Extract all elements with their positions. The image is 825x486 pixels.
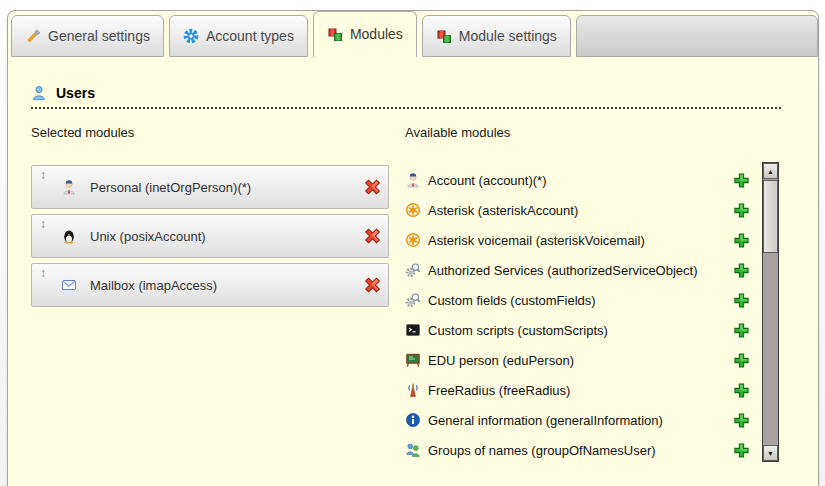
chalkboard-icon [405,352,421,368]
section-title: Users [56,85,95,101]
tab-label: Account types [206,28,294,44]
add-plus-icon [733,447,750,462]
config-panel: General settings Account types Modules M… [7,10,819,486]
selected-modules-label: Selected modules [31,125,389,140]
selected-module-row-unix[interactable]: ↕ Unix (posixAccount) [31,214,389,258]
tab-label: Module settings [459,28,557,44]
asterisk-icon [405,202,421,218]
available-module-row-freeradius: FreeRadius (freeRadius) [405,375,750,405]
envelope-icon [61,277,77,293]
tab-bar: General settings Account types Modules M… [8,11,818,57]
add-plus-icon [733,297,750,312]
modules-blocks-icon [327,26,343,42]
available-module-row-edu-person: EDU person (eduPerson) [405,345,750,375]
add-module-button[interactable] [733,292,750,309]
account-type-section-header: Users [31,85,781,109]
drag-handle-icon[interactable]: ↕ [40,266,52,280]
tab-label: General settings [48,28,150,44]
scrollbar-thumb[interactable] [763,180,778,253]
available-module-label: Asterisk voicemail (asteriskVoicemail) [428,233,726,248]
scroll-up-button[interactable]: ▲ [763,163,778,179]
available-module-label: General information (generalInformation) [428,413,726,428]
add-plus-icon [733,177,750,192]
add-module-button[interactable] [733,382,750,399]
selected-modules-list: ↕ Personal (inetOrgPerson)(*) ↕ Unix (po… [31,165,389,307]
add-module-button[interactable] [733,202,750,219]
tab-general-settings[interactable]: General settings [11,15,164,57]
available-module-label: Authorized Services (authorizedServiceOb… [428,263,726,278]
delete-x-icon [363,178,379,194]
available-module-label: Asterisk (asteriskAccount) [428,203,726,218]
selected-module-row-mailbox[interactable]: ↕ Mailbox (imapAccess) [31,263,389,307]
remove-module-button[interactable] [354,227,373,245]
gears-magnifier-icon [405,292,421,308]
add-module-button[interactable] [733,352,750,369]
add-module-button[interactable] [733,232,750,249]
add-module-button[interactable] [733,442,750,459]
add-plus-icon [733,327,750,342]
gear-icon [183,28,199,44]
gears-magnifier-icon [405,262,421,278]
available-module-label: Groups of names (groupOfNamesUser) [428,443,726,458]
add-plus-icon [733,207,750,222]
tab-module-settings[interactable]: Module settings [422,15,571,57]
terminal-icon [405,322,421,338]
available-module-row-authorized-services: Authorized Services (authorizedServiceOb… [405,255,750,285]
penguin-icon [61,228,77,244]
antenna-icon [405,382,421,398]
available-module-row-custom-scripts: Custom scripts (customScripts) [405,315,750,345]
tab-bar-filler [576,15,818,57]
add-plus-icon [733,387,750,402]
add-module-button[interactable] [733,172,750,189]
wrench-icon [25,28,41,44]
available-module-label: FreeRadius (freeRadius) [428,383,726,398]
add-plus-icon [733,357,750,372]
tab-modules[interactable]: Modules [313,11,417,57]
add-plus-icon [733,417,750,432]
available-module-row-asterisk-voicemail: Asterisk voicemail (asteriskVoicemail) [405,225,750,255]
add-module-button[interactable] [733,262,750,279]
selected-module-label: Personal (inetOrgPerson)(*) [90,180,251,195]
selected-module-label: Unix (posixAccount) [90,229,206,244]
available-module-row-custom-fields: Custom fields (customFields) [405,285,750,315]
available-module-label: Account (account)(*) [428,173,726,188]
tab-label: Modules [350,26,403,42]
available-module-label: EDU person (eduPerson) [428,353,726,368]
scroll-down-button[interactable]: ▼ [763,445,778,461]
drag-handle-icon[interactable]: ↕ [40,217,52,231]
remove-module-button[interactable] [354,178,373,196]
person-icon [61,179,77,195]
available-modules-label: Available modules [405,125,750,140]
selected-module-label: Mailbox (imapAccess) [90,278,217,293]
available-module-label: Custom fields (customFields) [428,293,726,308]
available-module-row-asterisk: Asterisk (asteriskAccount) [405,195,750,225]
available-module-row-general-information: General information (generalInformation) [405,405,750,435]
selected-module-row-personal[interactable]: ↕ Personal (inetOrgPerson)(*) [31,165,389,209]
add-module-button[interactable] [733,412,750,429]
group-icon [405,442,421,458]
person-icon [405,172,421,188]
add-plus-icon [733,237,750,252]
remove-module-button[interactable] [354,276,373,294]
available-module-row-account: Account (account)(*) [405,165,750,195]
add-plus-icon [733,267,750,282]
blue-user-icon [31,85,47,101]
add-module-button[interactable] [733,322,750,339]
asterisk-icon [405,232,421,248]
available-modules-scrollbar[interactable]: ▲ ▼ [762,162,779,462]
modules-content: Users Selected modules ↕ Personal (inetO… [8,57,818,465]
modules-blocks-icon [436,28,452,44]
info-icon [405,412,421,428]
available-module-label: Custom scripts (customScripts) [428,323,726,338]
tab-account-types[interactable]: Account types [169,15,308,57]
drag-handle-icon[interactable]: ↕ [40,168,52,182]
delete-x-icon [363,276,379,292]
delete-x-icon [363,227,379,243]
available-module-row-groups-of-names: Groups of names (groupOfNamesUser) [405,435,750,465]
available-modules-list: Account (account)(*) Asterisk (asteriskA… [405,165,750,465]
